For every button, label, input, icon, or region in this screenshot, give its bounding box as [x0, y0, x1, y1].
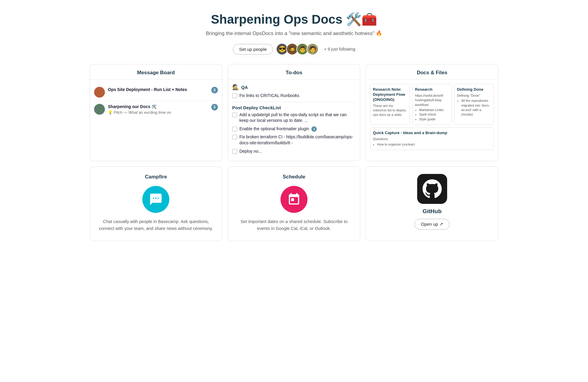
todo-item-frontmatter: Enable the optional frontmatter plugin 1 — [232, 126, 356, 132]
github-icon-wrap — [417, 174, 447, 204]
message-item-1[interactable]: Ops Site Deployment - Run List + Notes 3 — [94, 84, 218, 101]
github-icon — [423, 179, 442, 198]
docs-top-grid: Research Note: Deployment Flow (ONGOING)… — [370, 84, 494, 125]
todo-checkbox-3[interactable] — [232, 127, 237, 131]
main-grid: Message Board Ops Site Deployment - Run … — [84, 64, 504, 161]
todo-checkbox-1[interactable] — [232, 93, 237, 98]
todo-item-git-pull: Add a update/git pull to the ops-daily s… — [232, 112, 356, 124]
docs-files-title: Docs & Files — [366, 64, 498, 80]
message-item-2[interactable]: Sharpening our Docs 🛠️ 💡 Pitch — What an… — [94, 101, 218, 118]
todo-group-emoji: 🕵️ — [232, 84, 239, 90]
doc-text-1: These are my notes/run list to deploy op… — [373, 104, 407, 117]
github-title: GitHub — [423, 208, 441, 215]
doc-title-2: Research — [415, 87, 449, 92]
todo-checkbox-4[interactable] — [232, 135, 237, 140]
msg-content-1: Ops Site Deployment - Run List + Notes — [108, 87, 208, 92]
doc-text-bottom: Questions: How to organize (unclear) — [373, 137, 491, 147]
todos-body: 🕵️ QA Fix links to CRITICAL Runbooks Pos… — [228, 80, 360, 161]
page-title: Sharpening Ops Docs 🛠️🧰 — [6, 12, 582, 27]
msg-badge-1: 3 — [211, 87, 218, 93]
msg-title-2: Sharpening our Docs 🛠️ — [108, 104, 208, 109]
doc-card-2[interactable]: Research https://swild.de/self-hosting/j… — [412, 84, 452, 125]
doc-title-3: Defining Done — [457, 87, 491, 92]
campfire-description: Chat casually with people in Basecamp. A… — [96, 218, 216, 232]
todo-item-terraform: Fix broken terraform CI - https://buildk… — [232, 134, 356, 146]
open-up-button[interactable]: Open up ↗ — [414, 219, 450, 230]
todos-card: To-dos 🕵️ QA Fix links to CRITICAL Runbo… — [228, 64, 361, 161]
schedule-icon — [281, 186, 307, 213]
set-up-people-button[interactable]: Set up people — [233, 44, 273, 54]
schedule-card: Schedule Set important dates on a shared… — [228, 166, 361, 241]
docs-second-row: Quick Capture - Ideas and a Brain-dump Q… — [370, 127, 494, 150]
schedule-description: Set important dates on a shared schedule… — [234, 218, 354, 232]
doc-text-3: Defining "Done" All the repositories mig… — [457, 93, 491, 117]
github-card: GitHub Open up ↗ — [366, 166, 498, 241]
campfire-card: Campfire Chat casually with people in Ba… — [90, 166, 222, 241]
todo-badge-frontmatter: 1 — [311, 126, 317, 132]
todo-divider — [232, 102, 356, 102]
msg-badge-2: 3 — [211, 104, 218, 110]
message-board-title: Message Board — [90, 64, 222, 80]
campfire-title: Campfire — [145, 174, 167, 180]
todo-group-qa: 🕵️ QA — [232, 84, 356, 90]
avatar-4: 🧑 — [307, 43, 319, 55]
msg-content-2: Sharpening our Docs 🛠️ 💡 Pitch — What an… — [108, 104, 208, 115]
todo-text-5: Deploy no... — [239, 148, 262, 154]
todo-item-deploy: Deploy no... — [232, 148, 356, 154]
msg-avatar-1 — [94, 87, 105, 98]
campfire-icon — [142, 186, 169, 213]
todo-checkbox-5[interactable] — [232, 149, 237, 154]
message-board-body: Ops Site Deployment - Run List + Notes 3… — [90, 80, 222, 122]
msg-title-1: Ops Site Deployment - Run List + Notes — [108, 87, 208, 92]
calendar-icon — [287, 192, 301, 206]
page-subtitle: Bringing the internal OpsDocs into a "ne… — [6, 30, 582, 37]
following-text: + 9 just following — [324, 47, 355, 51]
avatar-list: 😎 🧔 👨 🧑 — [276, 43, 319, 55]
doc-card-3[interactable]: Defining Done Defining "Done" All the re… — [454, 84, 494, 125]
doc-title-bottom: Quick Capture - Ideas and a Brain-dump — [373, 131, 491, 136]
chat-icon — [149, 192, 163, 206]
todo-section-post-deploy: Post Deploy CheckList — [232, 105, 356, 110]
todos-title: To-dos — [228, 64, 360, 80]
msg-avatar-2 — [94, 104, 105, 115]
todo-text-4: Fix broken terraform CI - https://buildk… — [239, 134, 356, 146]
schedule-title: Schedule — [283, 174, 305, 180]
doc-text-2: https://swild.de/self-hosting/jekyll-blo… — [415, 93, 449, 122]
todo-text-3: Enable the optional frontmatter plugin 1 — [239, 126, 317, 132]
todo-group-name: QA — [241, 85, 248, 90]
doc-card-bottom[interactable]: Quick Capture - Ideas and a Brain-dump Q… — [370, 127, 494, 150]
todo-text-2: Add a update/git pull to the ops-daily s… — [239, 112, 356, 124]
todo-checkbox-2[interactable] — [232, 113, 237, 117]
todo-item-fix-links: Fix links to CRITICAL Runbooks — [232, 93, 356, 99]
bottom-grid: Campfire Chat casually with people in Ba… — [84, 161, 504, 250]
docs-files-card: Docs & Files Research Note: Deployment F… — [366, 64, 498, 161]
msg-preview-2: 💡 Pitch — What an exciting time on — [108, 110, 208, 115]
doc-title-1: Research Note: Deployment Flow (ONGOING) — [373, 87, 407, 102]
todo-text-1: Fix links to CRITICAL Runbooks — [239, 93, 299, 99]
doc-card-1[interactable]: Research Note: Deployment Flow (ONGOING)… — [370, 84, 410, 125]
docs-files-body: Research Note: Deployment Flow (ONGOING)… — [366, 80, 498, 154]
page-header: Sharpening Ops Docs 🛠️🧰 Bringing the int… — [0, 0, 588, 64]
message-board-card: Message Board Ops Site Deployment - Run … — [90, 64, 222, 161]
people-row: Set up people 😎 🧔 👨 🧑 + 9 just following — [6, 43, 582, 55]
